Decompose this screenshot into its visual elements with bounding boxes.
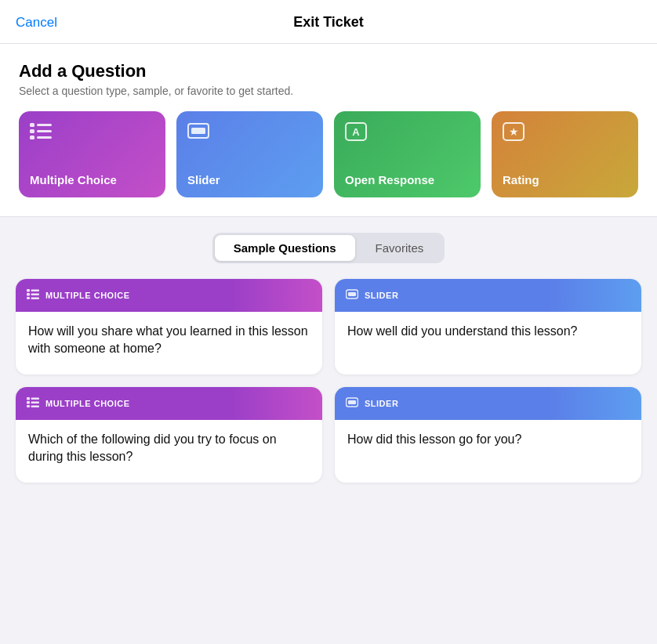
question-card-3-text: Which of the following did you try to fo… <box>28 431 310 466</box>
svg-rect-24 <box>27 405 30 407</box>
svg-rect-4 <box>30 136 34 139</box>
cancel-button[interactable]: Cancel <box>16 15 57 31</box>
type-card-open-label: Open Response <box>345 173 470 186</box>
tabs-container: Sample Questions Favorites <box>212 233 445 263</box>
svg-rect-23 <box>31 402 40 404</box>
header: Cancel Exit Ticket <box>0 0 657 44</box>
open-response-icon: A <box>345 122 470 146</box>
question-card-4-text: How did this lesson go for you? <box>347 431 521 448</box>
type-card-rating[interactable]: ★ Rating <box>492 111 638 197</box>
type-card-mc-label: Multiple Choice <box>30 173 154 186</box>
svg-rect-25 <box>31 406 40 408</box>
type-card-rating-label: Rating <box>503 173 627 186</box>
type-card-slider-label: Slider <box>187 173 312 186</box>
question-card-3[interactable]: MULTIPLE CHOICE Which of the following d… <box>16 387 322 483</box>
question-card-3-type-label: MULTIPLE CHOICE <box>45 399 130 408</box>
svg-rect-27 <box>348 400 356 404</box>
svg-rect-14 <box>27 293 30 296</box>
slider-icon <box>187 122 312 144</box>
questions-grid: MULTIPLE CHOICE How will you share what … <box>0 276 657 501</box>
svg-rect-7 <box>191 128 205 134</box>
question-card-4-body: How did this lesson go for you? <box>335 420 641 483</box>
question-card-4-type-label: SLIDER <box>365 399 398 408</box>
svg-rect-20 <box>27 397 30 400</box>
question-card-1-type-icon <box>27 289 39 302</box>
question-card-4[interactable]: SLIDER How did this lesson go for you? <box>335 387 641 483</box>
multiple-choice-icon <box>30 122 154 144</box>
question-card-1-header: MULTIPLE CHOICE <box>16 279 322 312</box>
svg-rect-22 <box>27 401 30 404</box>
question-card-1-text: How will you share what you learned in t… <box>28 323 310 358</box>
question-card-4-type-icon <box>346 397 358 410</box>
question-card-1[interactable]: MULTIPLE CHOICE How will you share what … <box>16 279 322 374</box>
svg-rect-16 <box>27 297 30 299</box>
question-card-2-header: SLIDER <box>335 279 641 312</box>
svg-rect-3 <box>37 130 52 132</box>
page-title: Exit Ticket <box>293 14 364 31</box>
question-card-3-body: Which of the following did you try to fo… <box>16 420 322 483</box>
question-card-2[interactable]: SLIDER How well did you understand this … <box>335 279 641 374</box>
svg-rect-5 <box>37 136 52 139</box>
rating-icon: ★ <box>503 122 627 146</box>
svg-rect-2 <box>30 129 34 133</box>
question-card-2-body: How well did you understand this lesson? <box>335 312 641 374</box>
type-card-open-response[interactable]: A Open Response <box>334 111 481 197</box>
svg-rect-13 <box>31 290 40 292</box>
question-card-3-header: MULTIPLE CHOICE <box>16 387 322 420</box>
type-cards-row: Multiple Choice Slider A <box>19 111 638 197</box>
svg-rect-21 <box>31 398 40 400</box>
svg-rect-1 <box>37 124 52 126</box>
type-card-slider[interactable]: Slider <box>176 111 323 197</box>
svg-text:★: ★ <box>509 125 519 138</box>
add-question-section: Add a Question Select a question type, s… <box>0 44 657 217</box>
add-question-title: Add a Question <box>19 61 638 81</box>
question-card-2-type-label: SLIDER <box>365 291 398 300</box>
tabs-section: Sample Questions Favorites <box>0 217 657 276</box>
tab-sample-questions[interactable]: Sample Questions <box>215 235 355 261</box>
question-card-2-text: How well did you understand this lesson? <box>347 323 578 340</box>
svg-rect-15 <box>31 294 40 296</box>
question-card-4-header: SLIDER <box>335 387 641 420</box>
svg-rect-0 <box>30 123 34 127</box>
tab-favorites[interactable]: Favorites <box>357 235 443 261</box>
svg-rect-12 <box>27 289 30 292</box>
add-question-subtitle: Select a question type, sample, or favor… <box>19 85 638 97</box>
svg-rect-19 <box>348 292 356 296</box>
type-card-multiple-choice[interactable]: Multiple Choice <box>19 111 165 197</box>
modal-container: Cancel Exit Ticket Add a Question Select… <box>0 0 657 644</box>
question-card-1-body: How will you share what you learned in t… <box>16 312 322 374</box>
question-card-3-type-icon <box>27 397 39 410</box>
question-card-1-type-label: MULTIPLE CHOICE <box>45 291 130 300</box>
svg-rect-17 <box>31 298 40 300</box>
question-card-2-type-icon <box>346 289 358 302</box>
svg-text:A: A <box>352 126 360 138</box>
